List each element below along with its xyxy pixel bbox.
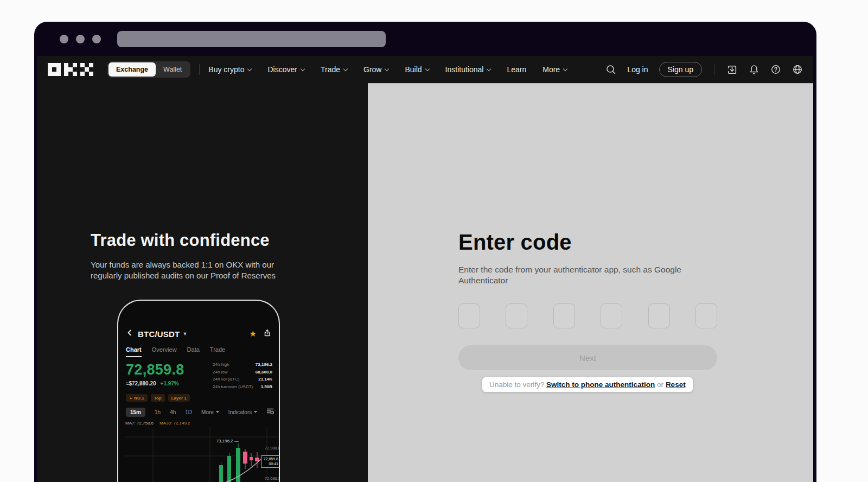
next-button[interactable]: Next: [458, 345, 717, 370]
page-root: Exchange Wallet Buy cryptoDiscoverTradeG…: [0, 0, 868, 482]
nav-item-discover[interactable]: Discover: [267, 65, 304, 74]
fiat-price: ≈$72,880.20: [126, 380, 156, 386]
login-button[interactable]: Log in: [627, 65, 648, 74]
page-content: Exchange Wallet Buy cryptoDiscoverTradeG…: [37, 56, 813, 482]
okx-logo[interactable]: [48, 63, 93, 76]
phone-tab-data: Data: [187, 346, 200, 357]
chart-settings-icon: [266, 407, 274, 417]
code-digit-input-2[interactable]: [506, 303, 527, 328]
chevron-down-icon: [487, 66, 491, 71]
download-icon[interactable]: [726, 64, 738, 75]
favorite-star-icon: ★: [250, 329, 257, 339]
switch-phone-auth-link[interactable]: Switch to phone authentication: [546, 380, 655, 389]
marketing-panel: Trade with confidence Your funds are alw…: [37, 83, 368, 482]
badge-no-1: ▲NO.1: [126, 394, 148, 402]
nav-item-build[interactable]: Build: [405, 65, 429, 74]
token-badges: ▲NO.1TopLayer 1: [126, 394, 190, 402]
browser-window: Exchange Wallet Buy cryptoDiscoverTradeG…: [34, 22, 816, 482]
code-input-row: [458, 303, 717, 328]
toggle-exchange[interactable]: Exchange: [108, 62, 156, 77]
pair-dropdown-icon: ▼: [182, 331, 187, 337]
auth-heading: Enter code: [458, 230, 572, 255]
chevron-down-icon: [563, 66, 567, 71]
nav-item-learn[interactable]: Learn: [507, 65, 526, 74]
window-close-button[interactable]: [60, 35, 68, 43]
globe-icon[interactable]: [792, 64, 803, 75]
timeframe-4h: 4h: [170, 409, 176, 415]
ma7-label: MA7: 72,758.6: [125, 421, 154, 426]
stat-24h-low: 24h low68,600.0: [213, 370, 272, 375]
help-icon[interactable]: [770, 64, 781, 75]
stat-24h-high: 24h high73,196.2: [213, 362, 272, 367]
badge-layer-1: Layer 1: [168, 394, 190, 402]
okx-logo-glyph: [48, 63, 61, 76]
code-digit-input-3[interactable]: [553, 303, 575, 328]
chevron-down-icon: [385, 66, 389, 71]
nav-item-more[interactable]: More: [542, 65, 567, 74]
hero-subtext: Your funds are always backed 1:1 on OKX …: [91, 259, 303, 281]
address-bar[interactable]: [117, 31, 386, 47]
nav-divider: [199, 64, 200, 75]
verify-help-tooltip: Unable to verify? Switch to phone authen…: [482, 377, 693, 392]
code-digit-input-1[interactable]: [458, 303, 480, 328]
bell-icon[interactable]: [749, 64, 760, 75]
last-price: 72,859.8: [126, 362, 184, 378]
nav-item-trade[interactable]: Trade: [321, 65, 347, 74]
toggle-wallet[interactable]: Wallet: [156, 62, 189, 77]
phone-tab-chart: Chart: [126, 346, 142, 357]
tooltip-or: or: [657, 380, 663, 389]
stat-24h-turnover-usdt: 24h turnover (USDT)1.50B: [213, 384, 272, 389]
chevron-down-icon: [301, 66, 305, 71]
chevron-down-icon: [425, 66, 429, 71]
chart-axis-lower-label: 72,686.5: [265, 476, 280, 481]
trading-pair-label: BTC/USDT: [138, 329, 180, 339]
signup-button[interactable]: Sign up: [659, 62, 702, 77]
nav-divider-2: [714, 64, 714, 75]
chart-price-tag: 72,859.8 00:41: [261, 455, 280, 468]
timeframe-row: 15m1h4h1DMoreIndicators: [126, 407, 272, 417]
timeframe-1d: 1D: [185, 409, 192, 415]
okx-logo-glyph: [64, 63, 77, 76]
phone-tab-trade: Trade: [210, 346, 225, 357]
nav-item-grow[interactable]: Grow: [363, 65, 388, 74]
code-digit-input-4[interactable]: [601, 303, 622, 328]
exchange-wallet-toggle: Exchange Wallet: [107, 61, 190, 78]
back-chevron-icon: [126, 329, 133, 339]
tooltip-prefix: Unable to verify?: [489, 380, 544, 389]
auth-panel: Enter code Enter the code from your auth…: [368, 83, 813, 482]
timeframe-15m: 15m: [126, 408, 145, 417]
chart-axis-upper-label: 72,988.6: [265, 446, 280, 451]
phone-tabs: ChartOverviewDataTrade: [126, 346, 271, 357]
nav-item-institutional[interactable]: Institutional: [445, 65, 491, 74]
okx-logo-glyph: [80, 63, 93, 76]
market-stats: 24h high73,196.224h low68,600.024h vol (…: [213, 362, 272, 391]
phone-tab-overview: Overview: [152, 346, 177, 357]
top-navbar: Exchange Wallet Buy cryptoDiscoverTradeG…: [37, 56, 813, 83]
search-icon[interactable]: [605, 64, 616, 75]
nav-item-buy-crypto[interactable]: Buy crypto: [208, 65, 251, 74]
flame-icon: ▲: [129, 396, 132, 399]
code-digit-input-6[interactable]: [695, 303, 717, 328]
more-dropdown: More: [201, 409, 219, 415]
chevron-down-icon: [247, 66, 252, 71]
triangle-down-icon: [254, 411, 257, 413]
ma30-label: MA30: 72,149.2: [159, 421, 190, 426]
window-maximize-button[interactable]: [92, 35, 101, 43]
nav-right: Log in Sign up: [605, 62, 803, 77]
window-controls[interactable]: [60, 35, 101, 43]
timeframe-1h: 1h: [155, 409, 161, 415]
chevron-down-icon: [343, 66, 348, 71]
phone-mockup: BTC/USDT ▼ ★ ChartOverviewDataTrade 72,8…: [117, 300, 280, 482]
window-minimize-button[interactable]: [76, 35, 85, 43]
code-digit-input-5[interactable]: [648, 303, 670, 328]
auth-subtitle: Enter the code from your authenticator a…: [458, 264, 709, 286]
reset-link[interactable]: Reset: [666, 380, 686, 389]
indicators-dropdown: Indicators: [228, 409, 257, 415]
nav-menu: Buy cryptoDiscoverTradeGrowBuildInstitut…: [208, 65, 567, 74]
share-icon: [263, 329, 271, 339]
hero-heading: Trade with confidence: [91, 231, 270, 250]
badge-top: Top: [151, 394, 165, 402]
chart-high-label: 73,196.2 —: [179, 439, 239, 443]
triangle-down-icon: [216, 411, 219, 413]
candlestick-chart: 73,196.2 — 72,988.6 72,686.5 72,859.8 00…: [125, 427, 280, 482]
